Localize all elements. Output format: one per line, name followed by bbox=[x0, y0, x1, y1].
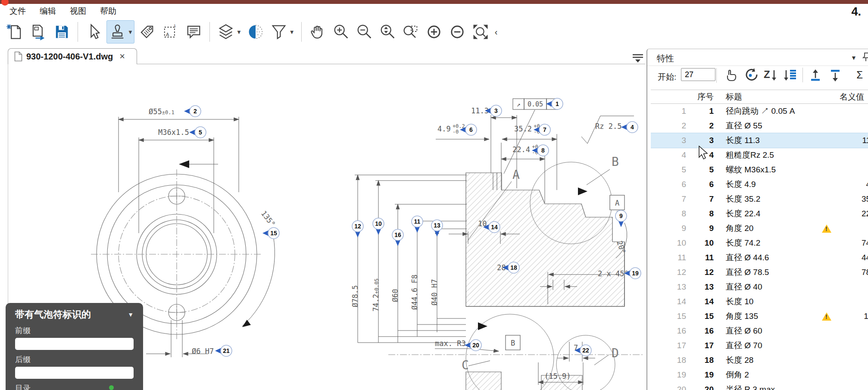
balloon-16[interactable]: 16 bbox=[392, 229, 403, 246]
datum-label-A[interactable]: A bbox=[610, 195, 624, 210]
dimension-text[interactable]: Ø44.6 F8 bbox=[410, 275, 419, 310]
layers-button[interactable]: ▼ bbox=[215, 20, 243, 44]
table-row-18[interactable]: 1818长度 2828 bbox=[651, 353, 868, 368]
dimension-text[interactable]: A bbox=[512, 168, 520, 182]
balloon-12[interactable]: 12 bbox=[352, 221, 363, 237]
balloon-15[interactable]: 15 bbox=[262, 228, 279, 239]
expand-button[interactable] bbox=[423, 20, 445, 44]
panel-collapse-icon[interactable]: ▼ bbox=[128, 311, 134, 318]
open-file-button[interactable] bbox=[28, 20, 49, 44]
column-header-nominal[interactable]: 名义值 bbox=[835, 91, 868, 103]
dimension-text[interactable]: 22.4 bbox=[512, 145, 530, 154]
table-row-8[interactable]: 88长度 22.422.4 bbox=[651, 206, 868, 221]
table-row-17[interactable]: 1717直径 Ø 7070 bbox=[651, 338, 868, 353]
balloon-20[interactable]: 20 bbox=[465, 340, 481, 351]
collapse-button[interactable] bbox=[446, 20, 468, 44]
dimension-text[interactable]: 2 x 45° bbox=[598, 269, 629, 278]
balloon-21[interactable]: 21 bbox=[215, 345, 232, 356]
table-row-1[interactable]: 11径向跳动 ↗ 0.05 A bbox=[651, 104, 868, 119]
canvas-menu-icon[interactable] bbox=[632, 53, 644, 63]
table-row-2[interactable]: 22直径 Ø 5555 bbox=[651, 119, 868, 133]
save-button[interactable] bbox=[51, 20, 72, 44]
zoom-fit-button[interactable] bbox=[470, 20, 491, 44]
dimension-text[interactable]: 74.2±0.05 bbox=[372, 278, 380, 312]
column-header-title[interactable]: 标题 bbox=[718, 91, 818, 103]
menu-item-1[interactable]: 文件 bbox=[9, 6, 26, 17]
table-row-10[interactable]: 1010长度 74.274.2 bbox=[651, 236, 868, 250]
new-file-button[interactable] bbox=[4, 20, 26, 44]
contrast-button[interactable] bbox=[245, 20, 266, 44]
balloon-5[interactable]: 5 bbox=[189, 127, 206, 138]
zoom-out-button[interactable] bbox=[353, 20, 375, 44]
table-row-13[interactable]: 1313直径 Ø 4040 bbox=[651, 280, 868, 294]
balloon-13[interactable]: 13 bbox=[431, 220, 443, 237]
region-select-button[interactable] bbox=[159, 20, 181, 44]
table-row-7[interactable]: 77长度 35.235.2 bbox=[651, 192, 868, 206]
suffix-input[interactable] bbox=[15, 367, 134, 379]
dimension-text[interactable]: Ø60 bbox=[391, 289, 400, 302]
start-number-input[interactable] bbox=[681, 68, 715, 81]
pan-button[interactable] bbox=[307, 20, 328, 44]
balloon-10[interactable]: 10 bbox=[373, 218, 384, 235]
table-row-14[interactable]: 1414长度 1010 bbox=[651, 294, 868, 309]
column-header-no[interactable]: 序号 bbox=[690, 91, 718, 103]
select-tool-button[interactable] bbox=[83, 20, 105, 44]
balloon-1[interactable]: 1 bbox=[546, 98, 563, 109]
comment-button[interactable] bbox=[183, 20, 204, 44]
table-row-12[interactable]: 1212直径 Ø 78.578.5 bbox=[651, 265, 868, 280]
dimension-text[interactable]: (15.9) bbox=[544, 372, 571, 381]
chevron-down-icon[interactable]: ▼ bbox=[236, 29, 242, 35]
tab-close-icon[interactable]: × bbox=[119, 51, 125, 62]
move-bottom-tool[interactable] bbox=[826, 66, 844, 84]
dimension-text[interactable]: C bbox=[462, 358, 469, 372]
pick-hand-tool[interactable] bbox=[721, 66, 740, 84]
dimension-text[interactable]: Ø55±0.1 bbox=[149, 107, 175, 116]
table-row-11[interactable]: 1111直径 Ø 44.644.6 bbox=[651, 250, 868, 265]
balloon-9[interactable]: 9 bbox=[615, 210, 627, 227]
datum-label-B[interactable]: B bbox=[506, 335, 520, 350]
chevron-down-icon[interactable]: ▼ bbox=[128, 29, 133, 35]
dimension-text[interactable]: D bbox=[612, 346, 619, 360]
chevron-down-icon[interactable]: ▼ bbox=[289, 29, 295, 35]
move-top-tool[interactable] bbox=[806, 66, 824, 84]
menu-item-4[interactable]: 帮助 bbox=[100, 6, 116, 17]
sort-list-tool[interactable] bbox=[781, 66, 799, 84]
table-row-9[interactable]: 99角度 2020 bbox=[651, 221, 868, 236]
dimension-text[interactable]: 35.2 bbox=[514, 125, 532, 133]
table-row-19[interactable]: 1919倒角 22 bbox=[651, 368, 868, 382]
balloon-4[interactable]: 4 bbox=[621, 122, 638, 133]
dimension-text[interactable]: Ø6 H7 bbox=[192, 347, 214, 356]
document-tab[interactable]: 930-1200-406-V1.dwg × bbox=[8, 48, 137, 64]
zoom-window-button[interactable] bbox=[400, 20, 422, 44]
table-row-3[interactable]: 33长度 11.311.3 bbox=[651, 133, 868, 148]
zoom-in-button[interactable] bbox=[330, 20, 352, 44]
dimension-text[interactable]: Rz 2.5 bbox=[595, 122, 621, 131]
properties-collapse-icon[interactable]: ▼ bbox=[851, 54, 857, 61]
balloon-stamp-button[interactable]: ▼ bbox=[106, 20, 134, 44]
prefix-input[interactable] bbox=[15, 338, 134, 350]
zoom-extents-button[interactable] bbox=[377, 20, 398, 44]
renumber-tool[interactable] bbox=[741, 66, 759, 84]
table-row-6[interactable]: 66长度 4.94.9 bbox=[651, 177, 868, 192]
dimension-text[interactable]: B bbox=[612, 155, 619, 169]
table-row-15[interactable]: 1515角度 135135 bbox=[651, 309, 868, 324]
dimension-text[interactable]: Ø78.5 bbox=[351, 285, 359, 307]
table-row-16[interactable]: 1616直径 Ø 6060 bbox=[651, 324, 868, 338]
sum-button[interactable]: Σ bbox=[856, 69, 863, 81]
table-row-20[interactable]: 2020半径 R 3 max. bbox=[651, 382, 868, 390]
dimension-text[interactable]: 4.9 bbox=[437, 125, 451, 133]
panel-pin-icon[interactable] bbox=[862, 52, 868, 62]
sort-sequence-tool[interactable] bbox=[761, 66, 779, 84]
dimension-text[interactable]: M36x1.5 bbox=[158, 128, 189, 137]
balloon-11[interactable]: 11 bbox=[412, 216, 423, 233]
table-row-5[interactable]: 55螺纹 M36x1.5 bbox=[651, 162, 868, 177]
balloon-2[interactable]: 2 bbox=[184, 106, 201, 117]
menu-item-3[interactable]: 视图 bbox=[70, 6, 86, 17]
toolbar-overflow-icon[interactable]: ‹ bbox=[495, 27, 498, 37]
filter-button[interactable]: ▼ bbox=[268, 20, 296, 44]
table-row-4[interactable]: 44粗糙度Rz 2.5 bbox=[651, 148, 868, 162]
dimension-text[interactable]: 135° bbox=[259, 209, 277, 228]
dimension-text[interactable]: max. R3 bbox=[435, 339, 466, 348]
dimension-text[interactable]: Ø40 H7 bbox=[430, 279, 439, 306]
tag-tool-button[interactable] bbox=[136, 20, 158, 44]
